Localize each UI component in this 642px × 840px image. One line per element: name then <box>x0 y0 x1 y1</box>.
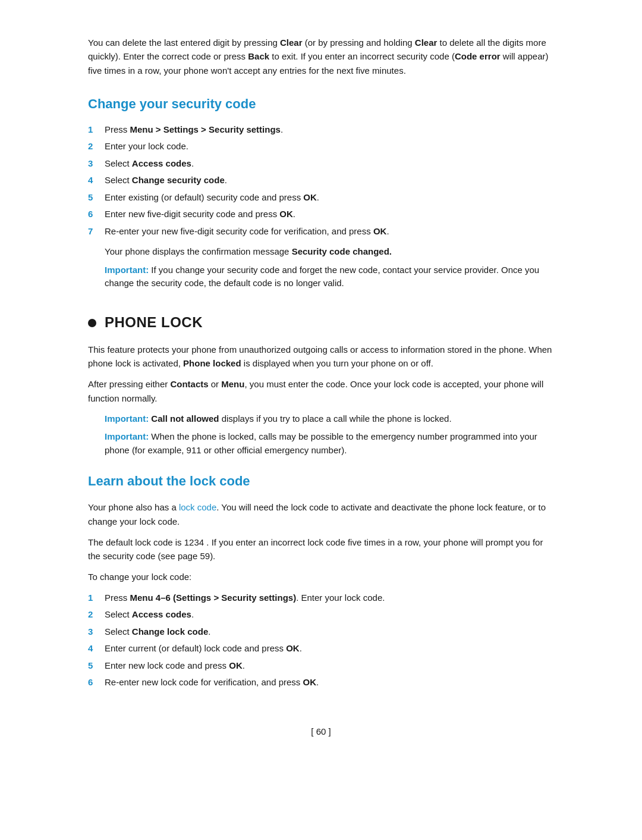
list-item: 1 Press Menu 4–6 (Settings > Security se… <box>88 591 554 605</box>
intro-paragraph: You can delete the last entered digit by… <box>88 36 554 77</box>
list-item: 7 Re-enter your new five-digit security … <box>88 225 554 239</box>
step-content: Re-enter your new five-digit security co… <box>105 225 554 239</box>
step-content: Re-enter new lock code for verification,… <box>105 676 554 689</box>
list-item: 2 Select Access codes. <box>88 608 554 622</box>
important-note-3: Important: When the phone is locked, cal… <box>105 430 554 457</box>
step-content: Enter your lock code. <box>105 140 554 153</box>
step-number: 2 <box>88 140 105 153</box>
page-container: You can delete the last entered digit by… <box>0 0 642 840</box>
step-content: Select Access codes. <box>105 157 554 171</box>
step-content: Select Access codes. <box>105 608 554 622</box>
step-number: 5 <box>88 191 105 205</box>
list-item: 2 Enter your lock code. <box>88 140 554 153</box>
list-item: 6 Re-enter new lock code for verificatio… <box>88 676 554 689</box>
list-item: 5 Enter new lock code and press OK. <box>88 659 554 673</box>
step-content: Enter existing (or default) security cod… <box>105 191 554 205</box>
list-item: 6 Enter new five-digit security code and… <box>88 208 554 221</box>
list-item: 3 Select Change lock code. <box>88 625 554 639</box>
important-label-3: Important: <box>105 431 149 441</box>
page-number: [ 60 ] <box>311 726 331 736</box>
important-label: Important: <box>105 265 149 275</box>
list-item: 3 Select Access codes. <box>88 157 554 171</box>
step-content: Select Change security code. <box>105 174 554 187</box>
step-content: Enter new lock code and press OK. <box>105 659 554 673</box>
list-item: 4 Select Change security code. <box>88 174 554 187</box>
page-footer: [ 60 ] <box>88 725 554 739</box>
learn-lock-body1: Your phone also has a lock code. You wil… <box>88 500 554 528</box>
important-label-2: Important: <box>105 413 149 424</box>
step-content: Enter new five-digit security code and p… <box>105 208 554 221</box>
step-content: Press Menu > Settings > Security setting… <box>105 123 554 137</box>
step-number: 6 <box>88 676 105 689</box>
list-item: 1 Press Menu > Settings > Security setti… <box>88 123 554 137</box>
learn-lock-body3: To change your lock code: <box>88 570 554 584</box>
list-item: 5 Enter existing (or default) security c… <box>88 191 554 205</box>
step-content: Enter current (or default) lock code and… <box>105 642 554 656</box>
learn-lock-section: Learn about the lock code Your phone als… <box>88 471 554 689</box>
phone-lock-heading-row: PHONE LOCK <box>88 312 554 333</box>
bullet-dot-icon <box>88 319 96 327</box>
step-number: 5 <box>88 659 105 673</box>
important-note-2: Important: Call not allowed displays if … <box>105 412 554 426</box>
change-security-steps: 1 Press Menu > Settings > Security setti… <box>88 123 554 239</box>
change-security-section: Change your security code 1 Press Menu >… <box>88 94 554 290</box>
step-number: 1 <box>88 123 105 137</box>
phone-lock-heading: PHONE LOCK <box>105 312 203 333</box>
confirmation-note: Your phone displays the confirmation mes… <box>105 245 554 259</box>
step-number: 3 <box>88 625 105 639</box>
learn-lock-steps: 1 Press Menu 4–6 (Settings > Security se… <box>88 591 554 689</box>
phone-lock-body1: This feature protects your phone from un… <box>88 343 554 371</box>
phone-lock-section: PHONE LOCK This feature protects your ph… <box>88 312 554 457</box>
step-number: 2 <box>88 608 105 622</box>
step-content: Select Change lock code. <box>105 625 554 639</box>
change-security-heading: Change your security code <box>88 94 554 114</box>
learn-lock-body2: The default lock code is 1234 . If you e… <box>88 535 554 563</box>
step-number: 6 <box>88 208 105 221</box>
step-number: 1 <box>88 591 105 605</box>
step-number: 4 <box>88 174 105 187</box>
step-number: 7 <box>88 225 105 239</box>
step-number: 3 <box>88 157 105 171</box>
important-note-1: Important: If you change your security c… <box>105 264 554 290</box>
step-content: Press Menu 4–6 (Settings > Security sett… <box>105 591 554 605</box>
phone-lock-body2: After pressing either Contacts or Menu, … <box>88 377 554 405</box>
lock-code-link[interactable]: lock code <box>179 502 216 512</box>
learn-lock-heading: Learn about the lock code <box>88 471 554 491</box>
list-item: 4 Enter current (or default) lock code a… <box>88 642 554 656</box>
step-number: 4 <box>88 642 105 656</box>
